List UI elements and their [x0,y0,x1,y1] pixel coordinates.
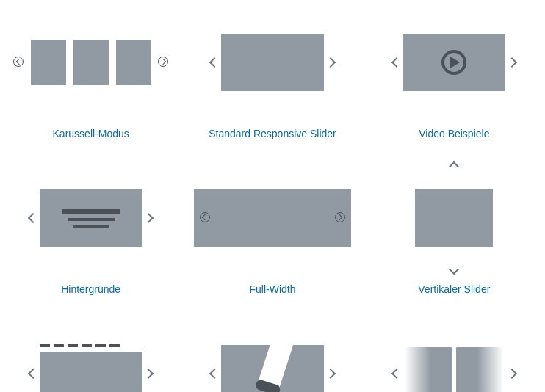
chevron-right-icon[interactable] [325,369,336,379]
chevron-left-icon[interactable] [28,369,38,379]
chevron-right-icon[interactable] [143,369,154,379]
chevron-down-icon[interactable] [449,264,459,275]
play-icon [441,50,466,75]
link-vertikal[interactable]: Vertikaler Slider [418,283,490,295]
skin-slide-icon [221,345,324,392]
video-slide-icon [403,34,505,91]
chevron-left-icon[interactable] [391,57,402,68]
vertical-slide-icon [415,189,493,247]
thumb-standard[interactable] [181,0,363,125]
thumb-skins[interactable] [181,311,363,392]
fade-slides-icon [405,347,503,392]
item-hintergruende: Hintergründe [0,156,181,311]
link-fullwidth[interactable]: Full-Width [249,283,295,295]
chevron-right-icon[interactable] [507,57,517,68]
slide-icon [221,34,324,91]
next-circle-icon[interactable] [335,212,345,222]
chevron-right-icon[interactable] [143,213,154,223]
directlinks-icon [40,344,142,392]
thumb-fade[interactable] [364,311,545,392]
direct-links-tabs-icon [40,344,142,347]
thumb-fullwidth[interactable] [181,156,363,280]
chevron-left-icon[interactable] [391,369,402,379]
chevron-left-icon[interactable] [209,369,220,379]
item-fullwidth: Full-Width [181,156,363,311]
item-direktlinks: Slider mit Direktlinks [0,311,181,392]
background-slide-icon [40,189,142,247]
thumb-vertikal[interactable] [364,156,545,280]
item-video: Video Beispiele [364,0,545,156]
item-standard: Standard Responsive Slider [181,0,363,156]
slider-examples-grid: Karussell-Modus Standard Responsive Slid… [0,0,545,392]
item-fade: Slide- & Fade-Effekte [364,311,545,392]
chevron-left-icon[interactable] [28,213,38,223]
link-video[interactable]: Video Beispiele [419,128,489,139]
thumb-hintergruende[interactable] [0,156,181,280]
next-circle-icon[interactable] [158,57,168,67]
carousel-slides-icon [31,40,151,85]
thumb-karussell[interactable] [0,0,181,125]
thumb-direktlinks[interactable] [0,311,181,392]
chevron-right-icon[interactable] [507,369,517,379]
item-vertikal: Vertikaler Slider [364,156,545,311]
chevron-left-icon[interactable] [209,57,220,68]
link-hintergruende[interactable]: Hintergründe [61,283,120,295]
thumb-video[interactable] [364,0,545,125]
link-karussell[interactable]: Karussell-Modus [53,128,129,139]
prev-circle-icon[interactable] [13,57,24,67]
chevron-right-icon[interactable] [325,57,336,68]
prev-circle-icon[interactable] [200,212,210,222]
item-skins: Custom-Skins [181,311,363,392]
link-standard[interactable]: Standard Responsive Slider [209,128,336,139]
fullwidth-slide-icon [194,189,351,247]
item-karussell: Karussell-Modus [0,0,181,156]
chevron-up-icon[interactable] [449,161,459,172]
